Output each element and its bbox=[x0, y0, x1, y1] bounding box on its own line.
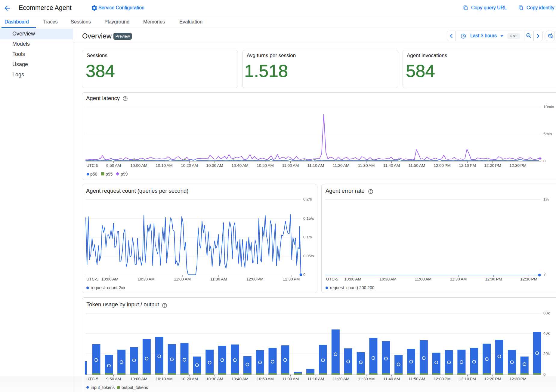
svg-text:0.2/s: 0.2/s bbox=[303, 197, 312, 201]
svg-text:12:30 PM: 12:30 PM bbox=[283, 277, 300, 281]
svg-text:12:00 PM: 12:00 PM bbox=[246, 277, 264, 281]
svg-text:11:30 AM: 11:30 AM bbox=[450, 277, 467, 281]
svg-text:p50: p50 bbox=[90, 172, 97, 176]
svg-text:p99: p99 bbox=[121, 172, 128, 176]
svg-text:0: 0 bbox=[543, 159, 545, 163]
svg-text:10:40 AM: 10:40 AM bbox=[231, 377, 249, 381]
svg-text:12:20 PM: 12:20 PM bbox=[484, 163, 501, 168]
svg-text:11:00 AM: 11:00 AM bbox=[282, 377, 299, 381]
svg-text:12:20 PM: 12:20 PM bbox=[484, 377, 501, 381]
svg-text:10:40 AM: 10:40 AM bbox=[231, 163, 249, 168]
svg-text:1%: 1% bbox=[543, 197, 549, 201]
svg-text:0.15/s: 0.15/s bbox=[303, 216, 314, 221]
svg-text:60k: 60k bbox=[543, 311, 550, 315]
svg-text:11:50 AM: 11:50 AM bbox=[409, 163, 425, 168]
svg-text:10:30 AM: 10:30 AM bbox=[206, 377, 223, 381]
svg-text:output_tokens: output_tokens bbox=[122, 385, 148, 390]
svg-text:p95: p95 bbox=[106, 172, 113, 176]
svg-text:UTC-5: UTC-5 bbox=[86, 163, 98, 168]
svg-text:12:00 PM: 12:00 PM bbox=[434, 377, 451, 381]
svg-text:9:50 AM: 9:50 AM bbox=[106, 163, 121, 168]
svg-text:12:30 PM: 12:30 PM bbox=[509, 163, 527, 168]
svg-text:10:00 AM: 10:00 AM bbox=[101, 277, 119, 281]
svg-text:0.1/s: 0.1/s bbox=[303, 235, 312, 239]
svg-text:20k: 20k bbox=[543, 351, 550, 356]
svg-text:10:20 AM: 10:20 AM bbox=[181, 163, 198, 168]
svg-text:11:20 AM: 11:20 AM bbox=[333, 163, 350, 168]
svg-text:9:50 AM: 9:50 AM bbox=[106, 377, 121, 381]
svg-text:10:30 AM: 10:30 AM bbox=[379, 277, 397, 281]
svg-text:UTC-5: UTC-5 bbox=[86, 277, 98, 281]
svg-text:10:00 AM: 10:00 AM bbox=[130, 163, 147, 168]
svg-text:5min: 5min bbox=[543, 132, 552, 136]
svg-text:11:00 AM: 11:00 AM bbox=[174, 277, 191, 281]
svg-text:UTC-5: UTC-5 bbox=[326, 277, 338, 281]
svg-text:40k: 40k bbox=[543, 331, 550, 335]
svg-text:10:50 AM: 10:50 AM bbox=[257, 163, 274, 168]
svg-text:12:00 PM: 12:00 PM bbox=[434, 163, 451, 168]
svg-text:12:10 PM: 12:10 PM bbox=[459, 163, 476, 168]
svg-text:request_count 2xx: request_count 2xx bbox=[91, 285, 125, 290]
svg-text:request_count) 200 200: request_count) 200 200 bbox=[330, 285, 375, 290]
svg-text:11:30 AM: 11:30 AM bbox=[210, 277, 227, 281]
svg-text:11:30 AM: 11:30 AM bbox=[358, 377, 375, 381]
svg-text:10:00 AM: 10:00 AM bbox=[130, 377, 147, 381]
svg-text:11:10 AM: 11:10 AM bbox=[307, 163, 324, 168]
svg-text:10:10 AM: 10:10 AM bbox=[156, 377, 173, 381]
svg-text:input_tokens: input_tokens bbox=[91, 385, 115, 390]
svg-text:10:30 AM: 10:30 AM bbox=[137, 277, 155, 281]
svg-text:0: 0 bbox=[303, 272, 305, 277]
svg-text:10:50 AM: 10:50 AM bbox=[257, 377, 274, 381]
svg-text:11:10 AM: 11:10 AM bbox=[307, 377, 324, 381]
svg-text:10:20 AM: 10:20 AM bbox=[181, 377, 198, 381]
svg-text:12:30 PM: 12:30 PM bbox=[520, 277, 537, 281]
svg-text:0.05/s: 0.05/s bbox=[303, 254, 314, 258]
svg-text:10:30 AM: 10:30 AM bbox=[206, 163, 223, 168]
svg-text:10:00 AM: 10:00 AM bbox=[344, 277, 361, 281]
svg-text:10min: 10min bbox=[543, 105, 554, 109]
svg-text:11:50 AM: 11:50 AM bbox=[409, 377, 425, 381]
svg-text:11:40 AM: 11:40 AM bbox=[383, 163, 400, 168]
svg-text:11:20 AM: 11:20 AM bbox=[333, 377, 350, 381]
svg-text:UTC-5: UTC-5 bbox=[86, 377, 98, 381]
svg-text:0: 0 bbox=[543, 372, 545, 377]
svg-text:12:30 PM: 12:30 PM bbox=[509, 377, 527, 381]
svg-text:10:10 AM: 10:10 AM bbox=[156, 163, 173, 168]
svg-text:12:00 PM: 12:00 PM bbox=[485, 277, 502, 281]
svg-text:12:10 PM: 12:10 PM bbox=[459, 377, 476, 381]
svg-text:11:40 AM: 11:40 AM bbox=[383, 377, 400, 381]
svg-text:0: 0 bbox=[544, 273, 546, 277]
svg-text:11:00 AM: 11:00 AM bbox=[282, 163, 299, 168]
svg-text:11:30 AM: 11:30 AM bbox=[358, 163, 375, 168]
svg-text:11:00 AM: 11:00 AM bbox=[415, 277, 432, 281]
